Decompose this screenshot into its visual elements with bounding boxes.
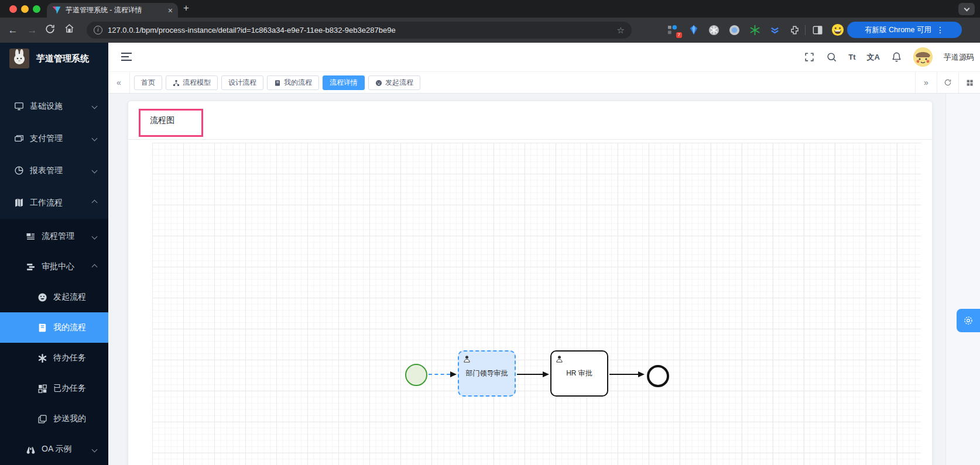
sidebar-item-label: 抄送我的: [53, 414, 86, 424]
tab-close-icon[interactable]: ×: [168, 6, 173, 15]
extensions-puzzle-icon[interactable]: [789, 25, 800, 36]
bpmn-task-dept-leader-approval[interactable]: 部门领导审批: [458, 350, 516, 397]
app-logo-row[interactable]: 芋道管理系统: [0, 43, 108, 74]
sidebar-item-label: 支付管理: [30, 133, 63, 144]
share-nodes-icon: [173, 80, 180, 87]
arrow-head: [543, 371, 549, 377]
browser-toolbar: ← → i 127.0.0.1/bpm/process-instance/det…: [0, 18, 980, 43]
header-actions: Tt 文A 芋道源码: [804, 43, 974, 71]
reload-button[interactable]: [44, 23, 59, 37]
settings-drawer-button[interactable]: [957, 309, 980, 332]
window-zoom-button[interactable]: [33, 5, 40, 13]
extension-circle-icon[interactable]: [729, 25, 740, 36]
extension-gem-icon[interactable]: [688, 25, 700, 36]
bpmn-sequence-flow: [517, 374, 543, 375]
fullscreen-icon[interactable]: [804, 51, 815, 63]
monitor-icon: [14, 101, 24, 111]
notebook-icon: [274, 80, 281, 87]
sidebar-item-todo-tasks[interactable]: 待办任务: [0, 343, 108, 373]
sidebar-item-label: 工作流程: [30, 198, 63, 208]
forward-button[interactable]: →: [25, 23, 39, 37]
sidebar-item-label: 发起流程: [53, 292, 86, 302]
tags-refresh-button[interactable]: [937, 72, 958, 93]
sidebar-item-label: OA 示例: [42, 444, 71, 454]
notebook-icon: [37, 323, 47, 333]
window-minimize-button[interactable]: [21, 5, 29, 13]
tag-design-process[interactable]: 设计流程: [221, 75, 263, 90]
sidebar-item-oa-example[interactable]: OA 示例: [0, 434, 108, 464]
notification-bell-icon[interactable]: [891, 51, 902, 63]
card-title: 流程图: [150, 115, 174, 126]
side-panel-icon[interactable]: [812, 25, 823, 36]
back-button[interactable]: ←: [6, 23, 20, 37]
extension-adblock-icon[interactable]: 7: [667, 25, 679, 36]
bpmn-sequence-flow-active: [429, 374, 450, 375]
toolbar-divider: [805, 25, 806, 35]
bpmn-task-hr-approval[interactable]: HR 审批: [550, 350, 608, 397]
browser-menu-kebab-icon[interactable]: ⋮: [936, 25, 944, 35]
tag-start-process[interactable]: 发起流程: [368, 75, 420, 90]
search-icon[interactable]: [826, 51, 837, 63]
copy-icon: [37, 414, 47, 424]
sidebar-item-label: 待办任务: [53, 353, 86, 363]
new-tab-button[interactable]: +: [183, 2, 189, 14]
tab-search-button[interactable]: [958, 3, 975, 15]
app-header: Tt 文A 芋道源码: [108, 43, 980, 71]
extension-badge: 7: [676, 32, 682, 38]
sidebar-item-process-management[interactable]: 流程管理: [0, 221, 108, 252]
site-info-icon[interactable]: i: [94, 26, 102, 35]
task-label: HR 审批: [566, 368, 592, 378]
tag-label: 流程详情: [330, 78, 358, 88]
browser-tab[interactable]: 芋道管理系统 - 流程详情 ×: [47, 3, 178, 18]
approval-rows-icon: [26, 262, 36, 272]
process-diagram-card: 流程图 部门领导审批 HR 审批: [128, 101, 933, 465]
sidebar-item-reports[interactable]: 报表管理: [0, 154, 108, 187]
tags-scroll-right-button[interactable]: »: [915, 72, 937, 93]
sidebar-item-approval-center[interactable]: 审批中心: [0, 252, 108, 282]
sidebar-item-workflow[interactable]: 工作流程: [0, 187, 108, 219]
sidebar-item-label: 报表管理: [30, 166, 63, 176]
workflow-icon: [14, 198, 24, 208]
window-close-button[interactable]: [9, 5, 17, 13]
bpmn-canvas[interactable]: 部门领导审批 HR 审批: [152, 143, 921, 465]
sidebar-item-payment[interactable]: 支付管理: [0, 122, 108, 154]
sidebar-item-infrastructure[interactable]: 基础设施: [0, 90, 108, 122]
tag-process-model[interactable]: 流程模型: [166, 75, 218, 90]
extension-star-icon[interactable]: [749, 25, 760, 36]
tags-scroll-left-button[interactable]: «: [108, 72, 130, 93]
sidebar-collapse-button[interactable]: [121, 53, 132, 63]
url-text: 127.0.0.1/bpm/process-instance/detail?id…: [108, 26, 617, 35]
sidebar-item-my-process[interactable]: 我的流程: [0, 312, 108, 343]
chrome-update-button[interactable]: 有新版 Chrome 可用 ⋮: [847, 22, 962, 38]
layout-grid-button[interactable]: [958, 72, 980, 93]
process-list-icon: [26, 232, 36, 242]
bookmark-star-icon[interactable]: ☆: [617, 25, 625, 36]
extension-chevrons-icon[interactable]: [769, 25, 780, 36]
sidebar-item-cc-to-me[interactable]: 抄送我的: [0, 404, 108, 434]
tag-home[interactable]: 首页: [134, 75, 162, 90]
arrow-head: [638, 371, 645, 377]
user-avatar[interactable]: [913, 47, 933, 67]
sidebar-item-label: 流程管理: [42, 231, 74, 242]
user-name[interactable]: 芋道源码: [944, 52, 974, 63]
bpmn-start-event[interactable]: [405, 364, 427, 386]
sidebar-item-start-process[interactable]: 发起流程: [0, 282, 108, 312]
tag-label: 我的流程: [284, 78, 312, 88]
app-logo-rabbit: [9, 49, 29, 68]
tag-my-process[interactable]: 我的流程: [267, 75, 319, 90]
content-right-gutter: [945, 94, 980, 465]
home-button[interactable]: [64, 23, 78, 37]
profile-avatar-emoji[interactable]: [831, 23, 842, 35]
favicon: [52, 6, 61, 15]
tag-process-detail[interactable]: 流程详情: [323, 75, 365, 90]
sidebar-item-done-tasks[interactable]: 已办任务: [0, 373, 108, 404]
sidebar-item-label: 我的流程: [53, 322, 86, 333]
address-bar[interactable]: i 127.0.0.1/bpm/process-instance/detail?…: [87, 22, 632, 39]
extension-gray-icon[interactable]: [708, 25, 719, 36]
sidebar-nav: 基础设施 支付管理 报表管理 工作流程 流程管理 审批中: [0, 90, 108, 465]
translate-icon[interactable]: 文A: [867, 52, 880, 63]
font-size-icon[interactable]: Tt: [848, 53, 855, 61]
bpmn-end-event[interactable]: [647, 365, 669, 387]
tag-label: 设计流程: [228, 78, 256, 88]
tag-label: 流程模型: [183, 78, 211, 88]
